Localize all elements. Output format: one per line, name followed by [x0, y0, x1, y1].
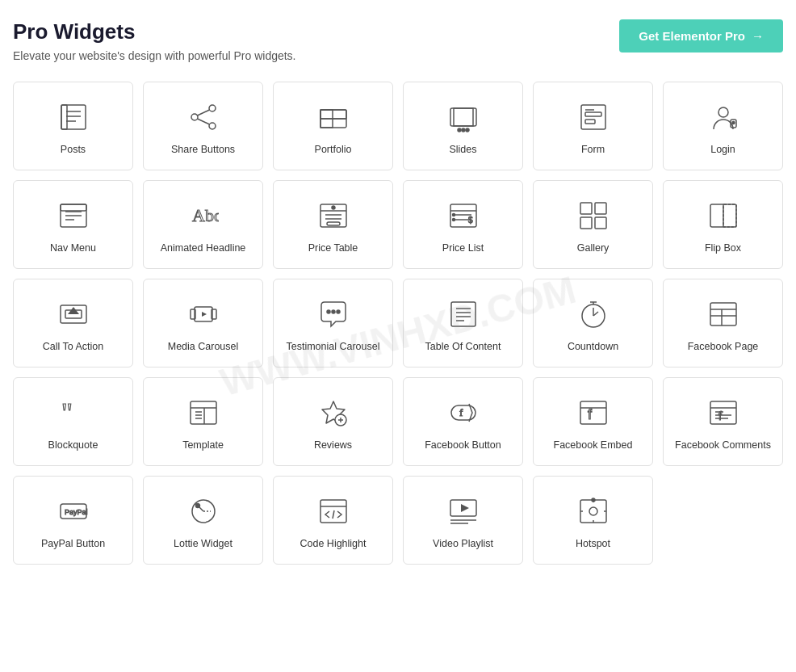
- widget-card-posts[interactable]: Posts: [13, 82, 133, 170]
- widget-card-flip-box[interactable]: Flip Box: [663, 180, 783, 269]
- facebook-button-icon: f: [446, 395, 481, 430]
- svg-rect-111: [580, 500, 606, 523]
- svg-rect-46: [595, 203, 606, 214]
- svg-rect-30: [61, 204, 86, 211]
- svg-rect-45: [580, 203, 592, 214]
- widget-card-form[interactable]: Form: [533, 82, 653, 170]
- widget-card-blockquote[interactable]: "Blockquote: [13, 377, 133, 466]
- code-highlight-icon: [316, 494, 351, 529]
- widget-card-facebook-page[interactable]: Facebook Page: [663, 279, 783, 368]
- svg-line-8: [197, 110, 209, 116]
- widget-label-hotspot: Hotspot: [576, 537, 610, 550]
- widget-label-form: Form: [581, 143, 605, 156]
- share-buttons-icon: [186, 99, 221, 135]
- svg-point-17: [462, 128, 465, 132]
- paypal-button-icon: PayPal: [56, 494, 91, 529]
- widget-label-posts: Posts: [61, 143, 86, 156]
- login-icon: [706, 99, 741, 135]
- svg-rect-19: [581, 105, 605, 129]
- widget-card-animated-headline[interactable]: AbcAnimated Headline: [143, 180, 263, 269]
- flip-box-icon: [706, 198, 741, 233]
- widget-card-price-table[interactable]: Price Table: [273, 180, 393, 269]
- widget-label-table-of-content: Table Of Content: [425, 340, 501, 353]
- widget-card-gallery[interactable]: Gallery: [533, 180, 653, 269]
- widget-card-nav-menu[interactable]: Nav Menu: [13, 180, 133, 269]
- widget-card-facebook-button[interactable]: fFacebook Button: [403, 377, 523, 466]
- widget-card-login[interactable]: Login: [663, 82, 783, 170]
- svg-point-16: [458, 128, 461, 132]
- svg-text:f: f: [459, 406, 463, 418]
- svg-rect-37: [327, 222, 340, 225]
- svg-rect-20: [585, 112, 601, 116]
- page-header: Pro Widgets Elevate your website's desig…: [13, 19, 783, 62]
- svg-point-112: [589, 507, 597, 515]
- widget-card-code-highlight[interactable]: Code Highlight: [273, 476, 393, 565]
- facebook-embed-icon: f: [576, 395, 611, 430]
- svg-rect-48: [595, 217, 606, 229]
- svg-text:$: $: [468, 216, 473, 225]
- facebook-page-icon: [706, 296, 741, 332]
- widget-label-countdown: Countdown: [568, 340, 618, 353]
- svg-rect-0: [61, 105, 86, 129]
- svg-rect-72: [710, 303, 736, 326]
- widget-label-template: Template: [182, 439, 224, 452]
- gallery-icon: [576, 198, 611, 233]
- widgets-grid: PostsShare ButtonsPortfolioSlidesFormLog…: [13, 82, 783, 565]
- svg-rect-21: [585, 120, 595, 124]
- widget-card-hotspot[interactable]: Hotspot: [533, 476, 653, 565]
- template-icon: [186, 395, 221, 430]
- price-list-icon: $: [446, 198, 481, 233]
- svg-point-59: [327, 310, 330, 313]
- svg-rect-47: [580, 217, 592, 229]
- widget-card-table-of-content[interactable]: Table Of Content: [403, 279, 523, 368]
- arrow-icon: →: [752, 29, 764, 43]
- widget-card-paypal-button[interactable]: PayPalPayPal Button: [13, 476, 133, 565]
- svg-line-9: [197, 119, 209, 124]
- posts-icon: [56, 99, 91, 135]
- widget-card-template[interactable]: Template: [143, 377, 263, 466]
- svg-point-23: [718, 107, 728, 117]
- svg-marker-58: [202, 312, 207, 317]
- widget-card-video-playlist[interactable]: Video Playlist: [403, 476, 523, 565]
- page-title: Pro Widgets: [13, 19, 296, 44]
- widget-card-share-buttons[interactable]: Share Buttons: [143, 82, 263, 170]
- svg-marker-108: [461, 504, 469, 512]
- widget-card-call-to-action[interactable]: Call To Action: [13, 279, 133, 368]
- svg-point-18: [466, 128, 469, 132]
- widget-card-lottie-widget[interactable]: Lottie Widget: [143, 476, 263, 565]
- svg-text:": ": [61, 397, 73, 427]
- svg-rect-104: [320, 500, 346, 523]
- page-subtitle: Elevate your website's design with power…: [13, 49, 296, 62]
- widget-card-testimonial-carousel[interactable]: Testimonial Carousel: [273, 279, 393, 368]
- slides-icon: [446, 99, 481, 135]
- media-carousel-icon: [186, 296, 221, 332]
- widget-label-facebook-page: Facebook Page: [688, 340, 759, 353]
- hotspot-icon: [576, 494, 611, 529]
- widget-card-reviews[interactable]: Reviews: [273, 377, 393, 466]
- widget-card-countdown[interactable]: Countdown: [533, 279, 653, 368]
- widget-label-login: Login: [710, 143, 735, 156]
- widget-card-slides[interactable]: Slides: [403, 82, 523, 170]
- svg-text:Abc: Abc: [192, 205, 219, 225]
- widget-label-facebook-button: Facebook Button: [425, 439, 501, 452]
- svg-point-7: [209, 123, 216, 129]
- svg-line-69: [593, 312, 598, 316]
- widget-card-media-carousel[interactable]: Media Carousel: [143, 279, 263, 368]
- widget-label-flip-box: Flip Box: [705, 242, 741, 254]
- widget-label-testimonial-carousel: Testimonial Carousel: [286, 340, 379, 353]
- svg-rect-4: [61, 105, 67, 129]
- widget-label-animated-headline: Animated Headline: [161, 242, 246, 254]
- widget-card-portfolio[interactable]: Portfolio: [273, 82, 393, 170]
- get-elementor-pro-button[interactable]: Get Elementor Pro →: [619, 19, 783, 52]
- svg-rect-14: [450, 108, 476, 126]
- form-icon: [576, 99, 611, 135]
- widget-card-facebook-comments[interactable]: fFacebook Comments: [663, 377, 783, 466]
- svg-rect-62: [451, 302, 476, 326]
- animated-headline-icon: Abc: [186, 198, 221, 233]
- price-table-icon: [316, 198, 351, 233]
- svg-point-117: [592, 498, 595, 502]
- video-playlist-icon: [446, 494, 481, 529]
- widget-card-facebook-embed[interactable]: fFacebook Embed: [533, 377, 653, 466]
- widget-label-slides: Slides: [449, 143, 476, 156]
- widget-card-price-list[interactable]: $Price List: [403, 180, 523, 269]
